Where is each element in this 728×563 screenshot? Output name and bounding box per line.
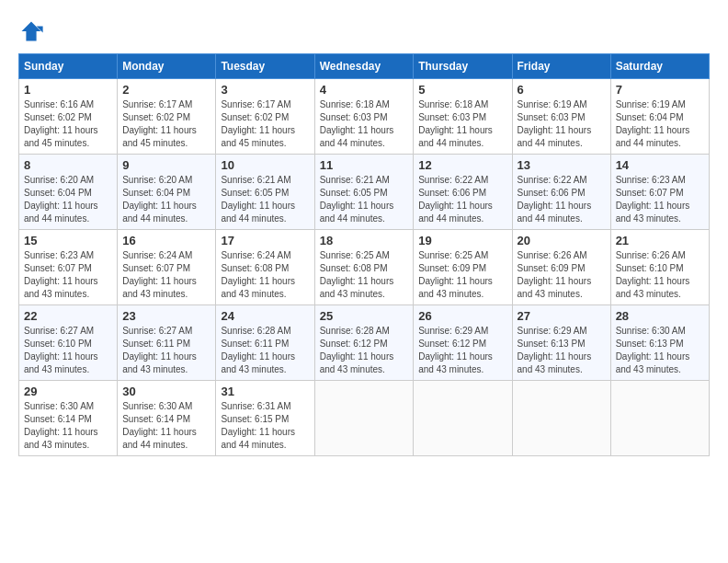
day-header-sunday: Sunday [19, 54, 118, 79]
day-number: 29 [24, 385, 112, 398]
day-number: 24 [221, 309, 309, 323]
day-info: Sunrise: 6:29 AM Sunset: 6:12 PM Dayligh… [418, 325, 506, 376]
day-number: 21 [616, 234, 704, 247]
calendar-cell [610, 381, 709, 456]
day-number: 28 [616, 309, 704, 323]
day-info: Sunrise: 6:27 AM Sunset: 6:10 PM Dayligh… [24, 325, 112, 376]
calendar-cell: 21 Sunrise: 6:26 AM Sunset: 6:10 PM Dayl… [610, 230, 709, 305]
day-info: Sunrise: 6:17 AM Sunset: 6:02 PM Dayligh… [221, 98, 309, 150]
calendar-week-row: 8 Sunrise: 6:20 AM Sunset: 6:04 PM Dayli… [19, 155, 710, 230]
day-info: Sunrise: 6:16 AM Sunset: 6:02 PM Dayligh… [24, 98, 112, 150]
calendar-cell: 2 Sunrise: 6:17 AM Sunset: 6:02 PM Dayli… [118, 79, 216, 155]
day-info: Sunrise: 6:18 AM Sunset: 6:03 PM Dayligh… [418, 98, 506, 150]
svg-marker-0 [22, 22, 41, 41]
calendar-cell: 8 Sunrise: 6:20 AM Sunset: 6:04 PM Dayli… [19, 155, 118, 230]
day-number: 18 [320, 234, 409, 247]
calendar-cell: 20 Sunrise: 6:26 AM Sunset: 6:09 PM Dayl… [512, 230, 610, 305]
day-number: 16 [122, 234, 210, 247]
day-info: Sunrise: 6:19 AM Sunset: 6:03 PM Dayligh… [518, 98, 606, 150]
day-number: 13 [518, 158, 606, 172]
calendar-cell: 26 Sunrise: 6:29 AM Sunset: 6:12 PM Dayl… [414, 305, 512, 381]
day-number: 30 [122, 385, 210, 398]
day-number: 2 [122, 83, 210, 97]
day-number: 6 [518, 83, 606, 97]
day-info: Sunrise: 6:30 AM Sunset: 6:13 PM Dayligh… [616, 325, 704, 376]
calendar-cell: 19 Sunrise: 6:25 AM Sunset: 6:09 PM Dayl… [414, 230, 512, 305]
day-info: Sunrise: 6:20 AM Sunset: 6:04 PM Dayligh… [122, 174, 210, 225]
calendar-cell: 5 Sunrise: 6:18 AM Sunset: 6:03 PM Dayli… [414, 79, 512, 155]
day-number: 4 [320, 83, 409, 97]
day-number: 9 [122, 158, 210, 172]
day-info: Sunrise: 6:17 AM Sunset: 6:02 PM Dayligh… [122, 98, 210, 150]
day-info: Sunrise: 6:23 AM Sunset: 6:07 PM Dayligh… [24, 249, 112, 301]
day-info: Sunrise: 6:26 AM Sunset: 6:09 PM Dayligh… [518, 249, 606, 301]
calendar-cell: 30 Sunrise: 6:30 AM Sunset: 6:14 PM Dayl… [118, 381, 216, 456]
day-info: Sunrise: 6:30 AM Sunset: 6:14 PM Dayligh… [24, 400, 112, 452]
day-info: Sunrise: 6:25 AM Sunset: 6:09 PM Dayligh… [418, 249, 506, 301]
day-info: Sunrise: 6:27 AM Sunset: 6:11 PM Dayligh… [122, 325, 210, 376]
day-info: Sunrise: 6:24 AM Sunset: 6:08 PM Dayligh… [221, 249, 309, 301]
day-number: 8 [24, 158, 112, 172]
calendar-cell: 10 Sunrise: 6:21 AM Sunset: 6:05 PM Dayl… [216, 155, 314, 230]
day-info: Sunrise: 6:22 AM Sunset: 6:06 PM Dayligh… [418, 174, 506, 225]
day-number: 22 [24, 309, 112, 323]
day-number: 23 [122, 309, 210, 323]
calendar-cell: 23 Sunrise: 6:27 AM Sunset: 6:11 PM Dayl… [118, 305, 216, 381]
logo [18, 18, 48, 44]
calendar-cell: 9 Sunrise: 6:20 AM Sunset: 6:04 PM Dayli… [118, 155, 216, 230]
day-info: Sunrise: 6:19 AM Sunset: 6:04 PM Dayligh… [616, 98, 704, 150]
day-info: Sunrise: 6:20 AM Sunset: 6:04 PM Dayligh… [24, 174, 112, 225]
day-info: Sunrise: 6:24 AM Sunset: 6:07 PM Dayligh… [122, 249, 210, 301]
calendar-cell: 16 Sunrise: 6:24 AM Sunset: 6:07 PM Dayl… [118, 230, 216, 305]
day-info: Sunrise: 6:30 AM Sunset: 6:14 PM Dayligh… [122, 400, 210, 452]
day-header-friday: Friday [512, 54, 610, 79]
day-info: Sunrise: 6:28 AM Sunset: 6:12 PM Dayligh… [320, 325, 409, 376]
calendar-cell: 12 Sunrise: 6:22 AM Sunset: 6:06 PM Dayl… [414, 155, 512, 230]
day-number: 26 [418, 309, 506, 323]
day-info: Sunrise: 6:22 AM Sunset: 6:06 PM Dayligh… [518, 174, 606, 225]
day-info: Sunrise: 6:21 AM Sunset: 6:05 PM Dayligh… [221, 174, 309, 225]
day-info: Sunrise: 6:29 AM Sunset: 6:13 PM Dayligh… [518, 325, 606, 376]
day-number: 7 [616, 83, 704, 97]
calendar-cell: 24 Sunrise: 6:28 AM Sunset: 6:11 PM Dayl… [216, 305, 314, 381]
day-number: 31 [221, 385, 309, 398]
page-header [18, 18, 710, 44]
calendar-cell [414, 381, 512, 456]
day-number: 17 [221, 234, 309, 247]
calendar-header-row: SundayMondayTuesdayWednesdayThursdayFrid… [19, 54, 710, 79]
day-number: 11 [320, 158, 409, 172]
day-info: Sunrise: 6:31 AM Sunset: 6:15 PM Dayligh… [221, 400, 309, 452]
calendar-cell: 3 Sunrise: 6:17 AM Sunset: 6:02 PM Dayli… [216, 79, 314, 155]
day-number: 10 [221, 158, 309, 172]
calendar-cell: 18 Sunrise: 6:25 AM Sunset: 6:08 PM Dayl… [314, 230, 414, 305]
day-number: 1 [24, 83, 112, 97]
calendar-week-row: 15 Sunrise: 6:23 AM Sunset: 6:07 PM Dayl… [19, 230, 710, 305]
calendar-week-row: 29 Sunrise: 6:30 AM Sunset: 6:14 PM Dayl… [19, 381, 710, 456]
calendar-week-row: 22 Sunrise: 6:27 AM Sunset: 6:10 PM Dayl… [19, 305, 710, 381]
day-info: Sunrise: 6:28 AM Sunset: 6:11 PM Dayligh… [221, 325, 309, 376]
calendar-cell: 14 Sunrise: 6:23 AM Sunset: 6:07 PM Dayl… [610, 155, 709, 230]
calendar-cell: 1 Sunrise: 6:16 AM Sunset: 6:02 PM Dayli… [19, 79, 118, 155]
calendar-cell [512, 381, 610, 456]
calendar-cell: 27 Sunrise: 6:29 AM Sunset: 6:13 PM Dayl… [512, 305, 610, 381]
day-header-tuesday: Tuesday [216, 54, 314, 79]
day-number: 27 [518, 309, 606, 323]
day-info: Sunrise: 6:18 AM Sunset: 6:03 PM Dayligh… [320, 98, 409, 150]
day-number: 25 [320, 309, 409, 323]
calendar-week-row: 1 Sunrise: 6:16 AM Sunset: 6:02 PM Dayli… [19, 79, 710, 155]
day-info: Sunrise: 6:23 AM Sunset: 6:07 PM Dayligh… [616, 174, 704, 225]
calendar-cell [314, 381, 414, 456]
calendar-cell: 29 Sunrise: 6:30 AM Sunset: 6:14 PM Dayl… [19, 381, 118, 456]
calendar-cell: 17 Sunrise: 6:24 AM Sunset: 6:08 PM Dayl… [216, 230, 314, 305]
calendar-table: SundayMondayTuesdayWednesdayThursdayFrid… [18, 53, 710, 456]
day-number: 19 [418, 234, 506, 247]
day-number: 14 [616, 158, 704, 172]
day-header-wednesday: Wednesday [314, 54, 414, 79]
day-header-thursday: Thursday [414, 54, 512, 79]
day-number: 15 [24, 234, 112, 247]
calendar-cell: 13 Sunrise: 6:22 AM Sunset: 6:06 PM Dayl… [512, 155, 610, 230]
day-number: 5 [418, 83, 506, 97]
day-info: Sunrise: 6:26 AM Sunset: 6:10 PM Dayligh… [616, 249, 704, 301]
logo-icon [18, 18, 44, 44]
day-header-monday: Monday [118, 54, 216, 79]
